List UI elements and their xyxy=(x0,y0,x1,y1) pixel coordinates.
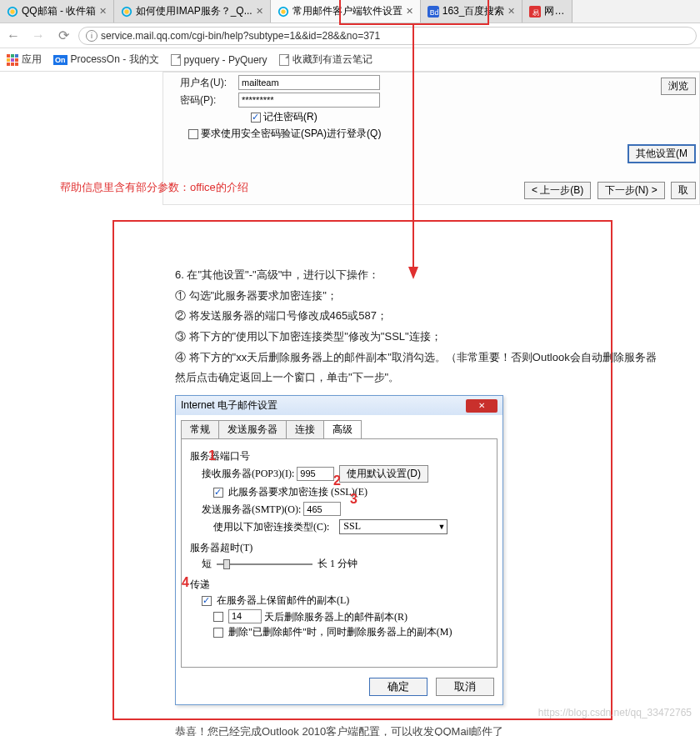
page-content: 用户名(U): 密码(P): 记住密码(R) 要求使用安全密码验证(SPA)进行… xyxy=(0,72,700,736)
tab-label: QQ邮箱 - 收件箱 xyxy=(22,4,96,18)
tab-mailclient[interactable]: 常用邮件客户端软件设置 ✕ xyxy=(271,0,421,23)
tab-imap[interactable]: 如何使用IMAP服务？_Q... ✕ xyxy=(114,0,270,23)
baidu-icon: Bd xyxy=(428,6,439,18)
annotation-note: 帮助信息里含有部分参数：office的介绍 xyxy=(60,180,248,195)
dialog-titlebar: Internet 电子邮件设置 ✕ xyxy=(176,396,502,415)
help-line: ④ 将下方的"xx天后删除服务器上的邮件副本"取消勾选。（非常重要！否则Outl… xyxy=(175,348,692,368)
smtp-label: 发送服务器(SMTP)(O): xyxy=(202,503,301,515)
help-step-6: 6. 在"其他设置"-"高级"中，进行以下操作： ① 勾选"此服务器要求加密连接… xyxy=(175,265,692,388)
tab-label: 如何使用IMAP服务？_Q... xyxy=(136,4,252,18)
bookmark-label: 收藏到有道云笔记 xyxy=(292,53,372,67)
netease-icon: 易 xyxy=(529,6,541,18)
reload-button[interactable]: ⟳ xyxy=(53,26,73,46)
days-input[interactable] xyxy=(228,609,262,623)
delete-after-checkbox[interactable] xyxy=(213,612,223,622)
delete-deleted-checkbox[interactable] xyxy=(213,628,223,638)
bookmark-label: ProcessOn - 我的文 xyxy=(71,53,159,67)
username-label: 用户名(U): xyxy=(180,76,238,90)
spa-checkbox[interactable] xyxy=(188,129,198,139)
footer-congrats: 恭喜！您已经完成Outlook 2010客户端配置，可以收发QQMail邮件了 xyxy=(175,724,503,736)
enc-type-combo[interactable]: SSL ▼ xyxy=(339,519,448,534)
svg-text:易: 易 xyxy=(532,8,539,16)
svg-text:Bd: Bd xyxy=(429,8,438,16)
back-button[interactable]: ← xyxy=(3,26,23,46)
forward-button[interactable]: → xyxy=(28,26,48,46)
other-settings-button[interactable]: 其他设置(M xyxy=(628,144,696,163)
svg-point-3 xyxy=(125,9,129,13)
dialog-close-button[interactable]: ✕ xyxy=(466,399,498,413)
password-label: 密码(P): xyxy=(180,93,238,108)
keep-copy-checkbox[interactable] xyxy=(202,596,212,606)
ok-button[interactable]: 确定 xyxy=(369,678,428,696)
watermark: https://blog.csdn.net/qq_33472765 xyxy=(538,707,692,718)
close-icon[interactable]: ✕ xyxy=(256,6,263,17)
ssl-required-checkbox[interactable] xyxy=(213,488,223,498)
ssl-required-label: 此服务器要求加密连接 (SSL)(E) xyxy=(228,486,368,498)
timeout-long: 长 1 分钟 xyxy=(318,558,358,569)
remember-password-checkbox[interactable] xyxy=(251,113,261,123)
tab-label: 网易邮 xyxy=(544,4,565,18)
delete-after-label: 天后删除服务器上的邮件副本(R) xyxy=(264,610,408,622)
doc-icon xyxy=(171,54,181,66)
pop3-label: 接收服务器(POP3)(I): xyxy=(202,468,294,479)
close-icon[interactable]: ✕ xyxy=(508,6,515,17)
cancel-button[interactable]: 取 xyxy=(671,182,696,199)
tab-general[interactable]: 常规 xyxy=(181,420,219,438)
use-default-button[interactable]: 使用默认设置(D) xyxy=(339,465,428,483)
smtp-port-input[interactable] xyxy=(303,502,341,516)
close-icon[interactable]: ✕ xyxy=(99,6,107,17)
qq-icon xyxy=(278,6,289,18)
tab-163search[interactable]: Bd 163_百度搜索 ✕ xyxy=(421,0,523,23)
tab-advanced[interactable]: 高级 xyxy=(323,420,362,438)
cancel-button[interactable]: 取消 xyxy=(436,678,494,696)
section-delivery: 传递 xyxy=(190,578,488,592)
dialog-tabs: 常规 发送服务器 连接 高级 xyxy=(181,420,498,438)
svg-point-5 xyxy=(281,9,285,13)
annotation-num-2: 2 xyxy=(333,473,341,488)
bookmark-pyquery[interactable]: pyquery - PyQuery xyxy=(171,54,268,66)
apps-icon xyxy=(7,54,18,66)
doc-icon xyxy=(279,54,289,66)
internet-mail-settings-dialog: Internet 电子邮件设置 ✕ 常规 发送服务器 连接 高级 服务器端口号 … xyxy=(175,395,503,705)
keep-copy-label: 在服务器上保留邮件的副本(L) xyxy=(217,594,349,606)
qq-icon xyxy=(121,6,132,18)
section-port: 服务器端口号 xyxy=(190,449,488,463)
timeout-short: 短 xyxy=(202,558,212,569)
section-timeout: 服务器超时(T) xyxy=(190,541,488,555)
help-line: ① 勾选"此服务器要求加密连接"； xyxy=(175,286,692,307)
delete-deleted-label: 删除"已删除邮件"时，同时删除服务器上的副本(M) xyxy=(228,626,452,638)
help-line: ② 将发送服务器的端口号修改成465或587； xyxy=(175,306,692,327)
browser-tab-strip: QQ邮箱 - 收件箱 ✕ 如何使用IMAP服务？_Q... ✕ 常用邮件客户端软… xyxy=(0,0,700,23)
spa-label: 要求使用安全密码验证(SPA)进行登录(Q) xyxy=(201,127,381,141)
help-line: 6. 在"其他设置"-"高级"中，进行以下操作： xyxy=(175,265,692,286)
bookmark-label: pyquery - PyQuery xyxy=(184,54,268,66)
tab-label: 163_百度搜索 xyxy=(442,4,505,18)
processon-icon: On xyxy=(53,55,68,65)
pop3-port-input[interactable] xyxy=(297,467,334,481)
combo-value: SSL xyxy=(343,520,361,533)
url-text: service.mail.qq.com/cgi-bin/help?subtype… xyxy=(101,30,380,42)
svg-point-1 xyxy=(10,9,14,13)
tab-163mail[interactable]: 易 网易邮 xyxy=(522,0,572,23)
username-input[interactable] xyxy=(238,75,380,90)
timeout-slider[interactable] xyxy=(217,563,312,565)
tab-qqmail[interactable]: QQ邮箱 - 收件箱 ✕ xyxy=(0,0,114,23)
url-input[interactable]: i service.mail.qq.com/cgi-bin/help?subty… xyxy=(78,27,697,45)
help-line: 然后点击确定返回上一个窗口，单击"下一步"。 xyxy=(175,368,692,388)
qq-icon xyxy=(7,6,18,18)
site-info-icon[interactable]: i xyxy=(86,30,98,42)
close-icon[interactable]: ✕ xyxy=(406,6,413,17)
dialog-footer: 确定 取消 xyxy=(176,673,502,704)
bookmark-youdao[interactable]: 收藏到有道云笔记 xyxy=(279,53,372,67)
browse-button[interactable]: 浏览 xyxy=(661,78,696,95)
tab-outgoing[interactable]: 发送服务器 xyxy=(218,420,287,438)
chevron-down-icon: ▼ xyxy=(438,523,445,531)
password-input[interactable] xyxy=(238,93,380,108)
apps-button[interactable]: 应用 xyxy=(7,53,42,67)
prev-button[interactable]: < 上一步(B) xyxy=(524,182,591,199)
tab-label: 常用邮件客户端软件设置 xyxy=(292,4,402,18)
next-button[interactable]: 下一步(N) > xyxy=(598,182,665,199)
bookmark-processon[interactable]: On ProcessOn - 我的文 xyxy=(53,53,159,67)
apps-label: 应用 xyxy=(22,53,42,67)
tab-connection[interactable]: 连接 xyxy=(286,420,324,438)
